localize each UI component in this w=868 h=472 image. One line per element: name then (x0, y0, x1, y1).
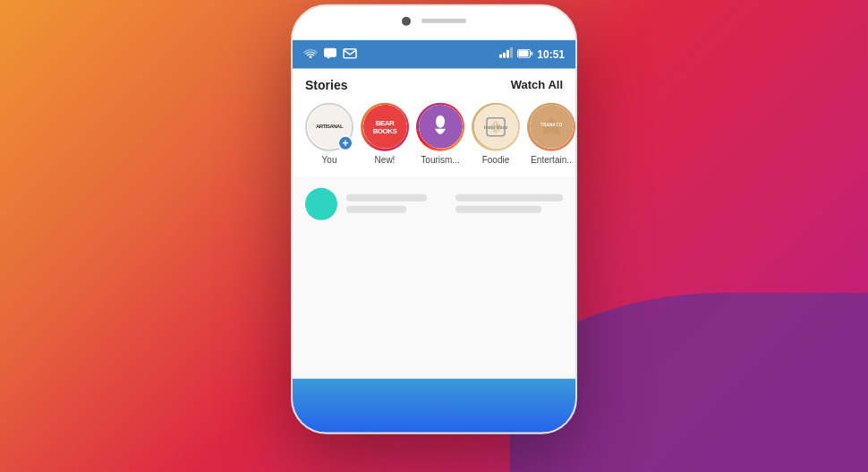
story-label-entertain: Entertain.. (531, 154, 572, 164)
story-item-new[interactable]: BEARBOOKS New! (361, 102, 409, 164)
status-left-icons (303, 47, 357, 61)
story-label-you: You (322, 154, 337, 164)
stories-row: ARTISANAL + You BEARBOOKS New! (305, 102, 563, 164)
phone-content: Stories Watch All ARTISANAL + You (293, 68, 575, 432)
svg-rect-4 (506, 50, 509, 58)
story-item-you[interactable]: ARTISANAL + You (305, 102, 353, 164)
story-label-tourism: Tourism... (421, 154, 459, 164)
stories-title: Stories (305, 77, 347, 91)
story-inner-new: BEARBOOKS (363, 105, 407, 149)
status-bar: 10:51 (293, 39, 575, 68)
svg-rect-8 (531, 51, 533, 55)
time-display: 10:51 (537, 47, 565, 60)
avatar-entertain: TISANA CO (530, 105, 574, 149)
feed-content-lines (455, 194, 563, 213)
svg-rect-0 (324, 47, 336, 56)
story-inner-tourism (419, 105, 463, 149)
phone-mockup: 10:51 Stories Watch All ARTISANAL (291, 4, 577, 433)
svg-point-9 (436, 115, 445, 127)
feed-item-1 (305, 187, 563, 219)
story-inner-foodie: Hand Made (474, 105, 518, 149)
story-ring-entertain: TISANA CO (527, 102, 575, 150)
feed-avatar-1 (305, 187, 337, 219)
story-ring-tourism (416, 102, 464, 150)
message-icon (323, 47, 337, 61)
svg-rect-7 (519, 50, 529, 56)
story-item-tourism[interactable]: Tourism... (416, 102, 464, 164)
story-label-foodie: Foodie (482, 154, 510, 164)
svg-rect-2 (499, 55, 502, 58)
status-right: 10:51 (499, 47, 565, 61)
blue-bottom-bar (293, 378, 575, 432)
signal-icon (499, 47, 514, 61)
mail-icon (343, 47, 357, 60)
feed-area (293, 176, 575, 239)
avatar-tourism (419, 105, 463, 149)
stories-section: Stories Watch All ARTISANAL + You (293, 68, 575, 176)
feed-line-c1 (455, 194, 563, 202)
watch-all-button[interactable]: Watch All (511, 78, 563, 91)
story-label-new: New! (375, 154, 396, 164)
svg-rect-5 (510, 47, 513, 58)
story-item-entertain[interactable]: TISANA CO Entertain.. (527, 102, 575, 164)
svg-text:TISANA CO: TISANA CO (540, 122, 563, 126)
feed-line-c2 (455, 206, 541, 213)
svg-rect-1 (344, 48, 356, 57)
feed-line-1b (346, 206, 406, 213)
stories-header: Stories Watch All (305, 77, 563, 91)
feed-line-1a (346, 194, 427, 202)
wifi-icon (303, 47, 318, 61)
add-story-badge[interactable]: + (337, 134, 353, 150)
svg-rect-3 (503, 53, 506, 58)
story-ring-new: BEARBOOKS (361, 102, 409, 150)
phone-top (293, 16, 575, 25)
phone-speaker (421, 19, 466, 23)
phone-camera (402, 16, 411, 25)
story-inner-entertain: TISANA CO (530, 105, 574, 149)
story-ring-foodie: Hand Made (472, 102, 520, 150)
feed-lines-1 (346, 194, 447, 213)
avatar-bearbooks: BEARBOOKS (363, 105, 407, 149)
avatar-foodie: Hand Made (474, 105, 518, 149)
battery-icon (517, 47, 533, 60)
story-item-foodie[interactable]: Hand Made Foodie (472, 102, 520, 164)
story-avatar-you[interactable]: ARTISANAL + (305, 102, 353, 150)
svg-text:Hand Made: Hand Made (484, 124, 508, 129)
